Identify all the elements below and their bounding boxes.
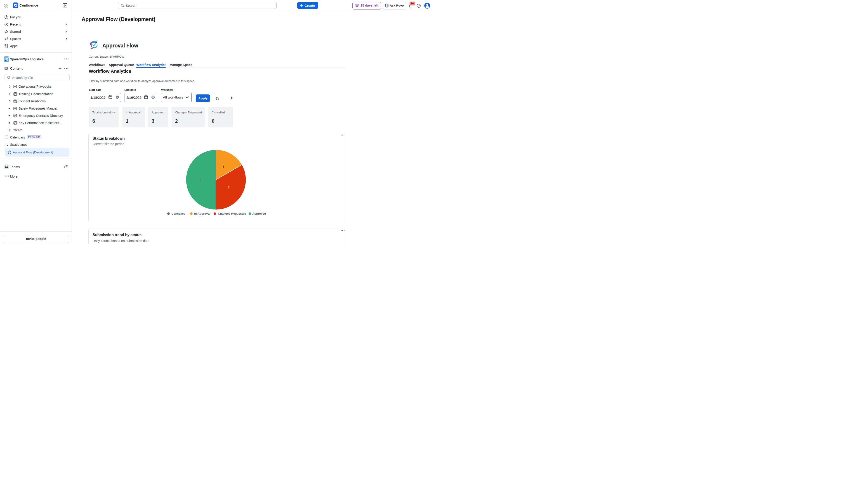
svg-text:2: 2 bbox=[228, 185, 230, 189]
svg-text:3: 3 bbox=[199, 178, 202, 182]
svg-text:1: 1 bbox=[222, 165, 224, 168]
